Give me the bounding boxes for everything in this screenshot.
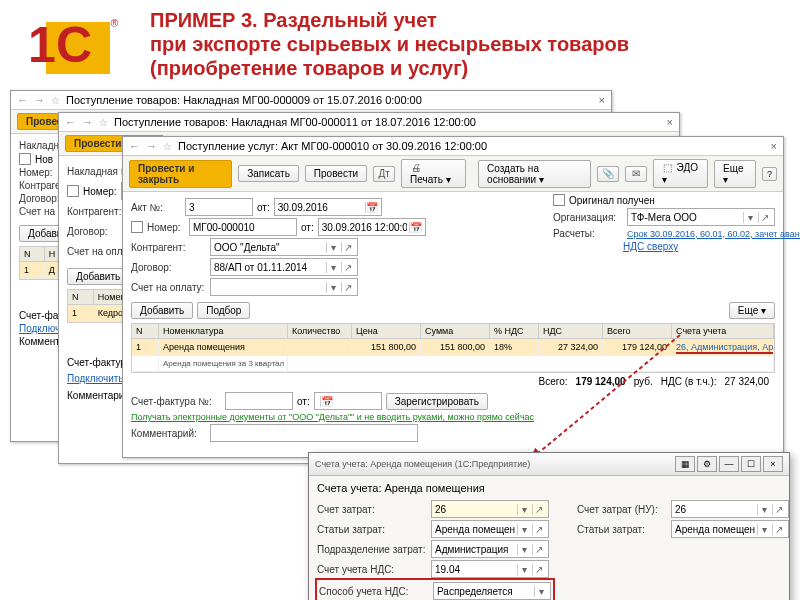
col-price: Цена xyxy=(352,324,421,338)
nav-fwd-icon[interactable]: → xyxy=(146,140,157,152)
cell-nom: Аренда помещения xyxy=(159,339,288,355)
number-date-field[interactable]: 30.09.2016 12:00:00📅 xyxy=(318,218,426,236)
contract-field[interactable]: 88/АП от 01.11.2014▾↗ xyxy=(210,258,358,276)
col-nds: НДС xyxy=(539,324,603,338)
cell-n: 1 xyxy=(132,339,159,355)
department-field[interactable]: Администрация▾↗ xyxy=(431,540,549,558)
cell-qty xyxy=(288,339,352,355)
invoice-field[interactable]: ▾↗ xyxy=(210,278,358,296)
org-field[interactable]: ТФ-Мега ООО▾↗ xyxy=(627,208,775,226)
counterparty-field[interactable]: ООО "Дельта"▾↗ xyxy=(210,238,358,256)
nav-fwd-icon[interactable]: → xyxy=(34,94,45,106)
sf-date-field[interactable]: 📅 xyxy=(314,392,382,410)
add-button[interactable]: Добавить xyxy=(131,302,193,319)
more-button[interactable]: Еще ▾ xyxy=(729,302,775,319)
attach-button[interactable]: 📎 xyxy=(597,166,619,182)
act-date-field[interactable]: 30.09.2016📅 xyxy=(274,198,382,216)
dropdown-icon[interactable]: ▾ xyxy=(326,282,339,293)
calendar-icon[interactable]: 📅 xyxy=(320,396,333,407)
add-button[interactable]: Добавить xyxy=(67,268,129,285)
table-row[interactable]: 1 Аренда помещения 151 800,00 151 800,00… xyxy=(132,339,774,356)
cell[interactable]: 1 xyxy=(20,262,45,278)
label: Организация: xyxy=(553,212,623,223)
post-close-button[interactable]: Провести и закрыть xyxy=(129,160,232,188)
checkbox[interactable] xyxy=(19,153,31,165)
dtkt-icon: Дт xyxy=(378,168,390,180)
vat-account-field[interactable]: 19.04▾↗ xyxy=(431,560,549,578)
logo-1c: 1С® xyxy=(18,18,118,78)
col-sum: Сумма xyxy=(421,324,490,338)
edo-promo-link[interactable]: Получать электронные документы от "ООО "… xyxy=(131,412,534,422)
pick-button[interactable]: Подбор xyxy=(197,302,250,319)
cell-total: 179 124,00 xyxy=(603,339,672,355)
cell-pctnds: 18% xyxy=(490,339,539,355)
help-button[interactable]: ? xyxy=(762,167,777,181)
cell[interactable]: 1 xyxy=(68,305,94,321)
original-checkbox[interactable] xyxy=(553,194,565,206)
edo-button[interactable]: ⬚ ЭДО ▾ xyxy=(653,159,708,188)
close-icon[interactable]: × xyxy=(599,94,605,106)
open-icon[interactable]: ↗ xyxy=(341,242,354,253)
table-row[interactable]: Аренда помещения за 3 квартал 2016 xyxy=(132,356,774,372)
minimize-icon[interactable]: — xyxy=(719,456,739,472)
label: от: xyxy=(301,222,314,233)
dropdown-icon[interactable]: ▾ xyxy=(326,242,339,253)
window-title: Поступление услуг: Акт МГ00-000010 от 30… xyxy=(178,140,487,152)
nav-back-icon[interactable]: ← xyxy=(17,94,28,106)
open-icon[interactable]: ↗ xyxy=(341,262,354,273)
settlements-link[interactable]: Срок 30.09.2016, 60.01, 60.02, зачет ава… xyxy=(627,229,800,239)
slide-title: ПРИМЕР 3. Раздельный учет при экспорте с… xyxy=(150,8,770,80)
sf-no-field[interactable] xyxy=(225,392,293,410)
close-icon[interactable]: × xyxy=(771,140,777,152)
post-button[interactable]: Провести xyxy=(305,165,367,182)
window-title: Поступление товаров: Накладная МГ00-0000… xyxy=(66,94,422,106)
label: НДС (в т.ч.): xyxy=(661,376,717,387)
mail-button[interactable]: ✉ xyxy=(625,166,647,182)
cost-item-field[interactable]: Аренда помещения▾↗ xyxy=(431,520,549,538)
register-sf-button[interactable]: Зарегистрировать xyxy=(386,393,488,410)
checkbox[interactable] xyxy=(67,185,79,197)
create-basis-button[interactable]: Создать на основании ▾ xyxy=(478,160,591,188)
open-icon[interactable]: ↗ xyxy=(341,282,354,293)
maximize-icon[interactable]: ☐ xyxy=(741,456,761,472)
cell-accounts[interactable]: 26, Администрация, Аренд… xyxy=(672,339,774,355)
checkbox[interactable] xyxy=(131,221,143,233)
open-icon[interactable]: ↗ xyxy=(758,212,771,223)
printer-icon: 🖨 xyxy=(410,162,422,174)
cell-nds: 27 324,00 xyxy=(539,339,603,355)
col-total: Всего xyxy=(603,324,672,338)
star-icon[interactable]: ☆ xyxy=(99,117,108,128)
dropdown-icon[interactable]: ▾ xyxy=(326,262,339,273)
label: Акт №: xyxy=(131,202,181,213)
nav-back-icon[interactable]: ← xyxy=(129,140,140,152)
save-button[interactable]: Записать xyxy=(238,165,299,182)
calc-icon[interactable]: ▦ xyxy=(675,456,695,472)
print-button[interactable]: 🖨 Печать ▾ xyxy=(401,159,466,188)
close-icon[interactable]: × xyxy=(763,456,783,472)
label: Контрагент: xyxy=(131,242,206,253)
number-field[interactable]: МГ00-000010 xyxy=(189,218,297,236)
nav-back-icon[interactable]: ← xyxy=(65,116,76,128)
dropdown-icon[interactable]: ▾ xyxy=(743,212,756,223)
vat-on-top-link[interactable]: НДС сверху xyxy=(623,241,678,252)
label: Всего: xyxy=(539,376,568,387)
calendar-icon[interactable]: 📅 xyxy=(409,222,422,233)
col-accounts: Счета учета xyxy=(672,324,774,338)
nav-fwd-icon[interactable]: → xyxy=(82,116,93,128)
star-icon[interactable]: ☆ xyxy=(163,141,172,152)
label: Комментарий: xyxy=(131,428,206,439)
star-icon[interactable]: ☆ xyxy=(51,95,60,106)
more-button[interactable]: Еще ▾ xyxy=(714,160,756,188)
label: Статьи затрат: xyxy=(317,524,427,535)
cost-item-nu-field[interactable]: Аренда помещения▾↗ xyxy=(671,520,789,538)
cost-account-nu-field[interactable]: 26▾↗ xyxy=(671,500,789,518)
tool-icon[interactable]: ⚙ xyxy=(697,456,717,472)
comment-field[interactable] xyxy=(210,424,418,442)
calendar-icon[interactable]: 📅 xyxy=(365,202,378,213)
cost-account-field[interactable]: 26▾↗ xyxy=(431,500,549,518)
dt-kt-button[interactable]: Дт xyxy=(373,166,395,182)
close-icon[interactable]: × xyxy=(667,116,673,128)
act-no-field[interactable]: 3 xyxy=(185,198,253,216)
window-receipt-services: ← → ☆ Поступление услуг: Акт МГ00-000010… xyxy=(122,136,784,458)
vat-method-field[interactable]: Распределяется▾ xyxy=(433,582,551,600)
